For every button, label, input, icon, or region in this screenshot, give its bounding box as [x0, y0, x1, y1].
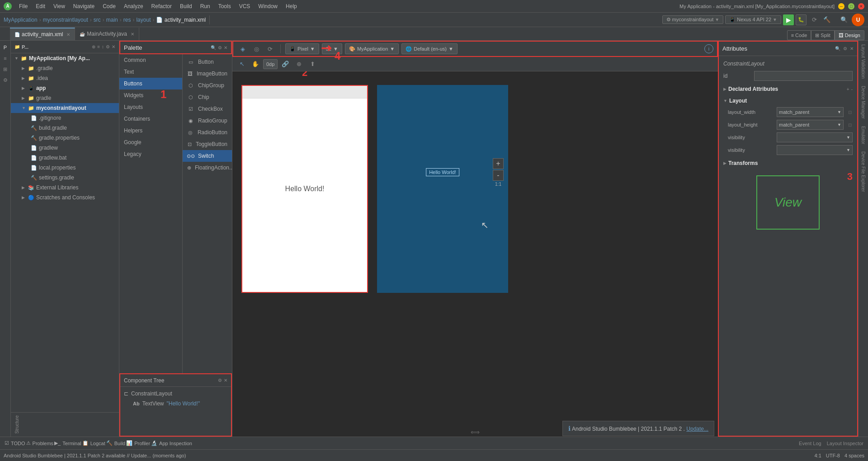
- app-item[interactable]: ▶ 📱 app: [11, 83, 119, 93]
- attrs-settings-icon[interactable]: ⚙: [843, 46, 847, 51]
- device-selector-btn[interactable]: 📱 Pixel ▼: [285, 43, 319, 54]
- todo-button[interactable]: ☑ TODO: [5, 440, 25, 446]
- app-inspection-button[interactable]: 🔬 App Inspection: [151, 440, 192, 446]
- palette-cat-widgets[interactable]: Widgets: [119, 89, 182, 101]
- gradle-wrapper-item[interactable]: ▶ 📁 gradle: [11, 93, 119, 103]
- sync-button[interactable]: ⟳: [808, 14, 820, 26]
- guidelines-icon[interactable]: ⬆: [307, 58, 318, 70]
- align-tool-icon[interactable]: ⊕: [293, 58, 305, 70]
- hierarchy-icon[interactable]: ⊞: [0, 64, 10, 74]
- project-sort-icon[interactable]: ↕: [102, 44, 104, 49]
- breadcrumb-layout[interactable]: layout: [136, 17, 151, 23]
- palette-cat-common[interactable]: Common: [119, 54, 182, 66]
- zero-dp-button[interactable]: 0dp: [263, 59, 278, 69]
- update-link[interactable]: Update...: [686, 426, 708, 432]
- blueprint-design-view[interactable]: Hello World! ↖: [377, 85, 508, 293]
- device-selector[interactable]: 📱 Nexus 4 API 22 ▼: [725, 15, 781, 24]
- declared-add-icon[interactable]: +: [847, 87, 849, 92]
- palette-cat-layouts[interactable]: Layouts: [119, 101, 182, 113]
- palette-close-icon[interactable]: ✕: [224, 45, 227, 50]
- comp-tree-close-icon[interactable]: ✕: [224, 378, 227, 383]
- palette-item-fab[interactable]: ⊕ FloatingAction...: [183, 162, 232, 174]
- api-level-btn[interactable]: 32 ▼: [322, 43, 342, 54]
- logcat-button[interactable]: 📋 Logcat: [82, 440, 105, 446]
- comp-tree-constraintlayout[interactable]: ⊏ ConstraintLayout: [124, 389, 227, 399]
- attrs-search-icon[interactable]: 🔍: [835, 46, 840, 51]
- gradle-properties-item[interactable]: 🔨 gradle.properties: [11, 133, 119, 143]
- palette-item-chipgroup[interactable]: ⬡ ChipGroup: [183, 80, 232, 91]
- emulator-label[interactable]: Emulator: [860, 124, 867, 146]
- palette-item-imagebutton[interactable]: 🖼 ImageButton: [183, 68, 232, 80]
- menu-file[interactable]: File: [15, 2, 31, 10]
- declared-attributes-header[interactable]: ▶ Declared Attributes + -: [719, 84, 857, 94]
- palette-item-switch[interactable]: ⊙⊙ Switch: [183, 150, 232, 162]
- menu-vcs[interactable]: VCS: [236, 2, 254, 10]
- settings-gradle-item[interactable]: 🔨 settings.gradle: [11, 173, 119, 183]
- settings-icon[interactable]: ⚙: [0, 75, 10, 85]
- idea-item[interactable]: ▶ 📁 .idea: [11, 73, 119, 83]
- comp-tree-settings-icon[interactable]: ⚙: [218, 378, 222, 383]
- event-log-label[interactable]: Event Log: [799, 441, 821, 446]
- menu-code[interactable]: Code: [99, 2, 119, 10]
- declared-remove-icon[interactable]: -: [851, 87, 853, 92]
- project-settings-icon[interactable]: ⚙: [106, 44, 110, 49]
- project-filter-icon[interactable]: ≡: [97, 44, 100, 49]
- device-file-explorer-label[interactable]: Device File Explorer: [860, 150, 867, 193]
- visibility-dropdown2[interactable]: ▼: [777, 145, 853, 155]
- menu-tools[interactable]: Tools: [215, 2, 235, 10]
- palette-cat-google[interactable]: Google: [119, 136, 182, 148]
- palette-item-checkbox[interactable]: ☑ CheckBox: [183, 103, 232, 115]
- terminal-button[interactable]: ▶_ Terminal: [54, 440, 81, 446]
- attrs-id-input[interactable]: [754, 71, 853, 81]
- design-refresh-icon[interactable]: ⟳: [264, 43, 276, 55]
- tab-activity-main[interactable]: 📄 activity_main.xml ✕: [10, 28, 75, 40]
- select-tool-icon[interactable]: ↖: [236, 58, 248, 70]
- visibility-dropdown1[interactable]: ▼: [777, 132, 853, 142]
- menu-run[interactable]: Run: [197, 2, 214, 10]
- local-properties-item[interactable]: 📄 local.properties: [11, 163, 119, 173]
- split-view-button[interactable]: ⊞ Split: [811, 30, 834, 40]
- breadcrumb-module[interactable]: myconstraintlayout: [43, 17, 88, 23]
- palette-item-radiogroup[interactable]: ◉ RadioGroup: [183, 115, 232, 127]
- gitignore-item[interactable]: 📄 .gitignore: [11, 113, 119, 123]
- project-expand-icon[interactable]: ⊕: [92, 44, 95, 49]
- layout-section-header[interactable]: ▼ Layout: [719, 96, 857, 106]
- code-view-button[interactable]: ≡ Code: [787, 30, 811, 40]
- minimize-button[interactable]: ─: [838, 3, 844, 9]
- debug-button[interactable]: 🐛: [796, 14, 807, 25]
- palette-cat-helpers[interactable]: Helpers: [119, 125, 182, 136]
- menu-window[interactable]: Window: [255, 2, 281, 10]
- external-libraries-item[interactable]: ▶ 📚 External Libraries: [11, 183, 119, 193]
- menu-refactor[interactable]: Refactor: [148, 2, 175, 10]
- menu-view[interactable]: View: [50, 2, 69, 10]
- palette-cat-text[interactable]: Text: [119, 66, 182, 78]
- tab-main-activity[interactable]: ☕ MainActivity.java ✕: [75, 28, 139, 40]
- search-button[interactable]: 🔍: [838, 14, 850, 26]
- structure-side-label[interactable]: Structure: [14, 414, 20, 435]
- user-avatar[interactable]: U: [852, 14, 864, 26]
- gradle-item[interactable]: ▶ 📁 .gradle: [11, 63, 119, 73]
- palette-settings-icon[interactable]: ⚙: [218, 45, 222, 50]
- tab-activity-main-close[interactable]: ✕: [66, 32, 70, 37]
- palette-cat-legacy[interactable]: Legacy: [119, 148, 182, 160]
- locale-btn[interactable]: 🌐 Default (en-us) ▼: [401, 43, 458, 54]
- scratches-item[interactable]: ▶ 🔵 Scratches and Consoles: [11, 193, 119, 202]
- structure-icon[interactable]: ≡: [0, 53, 10, 63]
- myconstraintlayout-item[interactable]: ▼ 📁 myconstraintlayout: [11, 103, 119, 113]
- attrs-close-icon[interactable]: ✕: [850, 46, 854, 51]
- breadcrumb-res[interactable]: res: [123, 17, 131, 23]
- design-surface-icon[interactable]: ◈: [237, 43, 249, 55]
- run-config-selector[interactable]: ⚙ myconstraintlayout ▼: [662, 15, 724, 24]
- palette-cat-containers[interactable]: Containers: [119, 113, 182, 125]
- project-panel-icon[interactable]: P: [0, 42, 10, 52]
- menu-build[interactable]: Build: [176, 2, 196, 10]
- blueprint-toggle-icon[interactable]: ◎: [250, 43, 262, 55]
- project-hide-icon[interactable]: ✕: [112, 44, 115, 49]
- breadcrumb-file[interactable]: 📄 activity_main.xml: [156, 17, 206, 23]
- layout-validation-label[interactable]: Layout Validation: [860, 42, 867, 80]
- design-view-button[interactable]: 🖼 Design: [835, 30, 864, 40]
- breadcrumb-app[interactable]: MyApplication: [4, 17, 38, 23]
- zoom-out-button[interactable]: -: [493, 170, 504, 181]
- menu-help[interactable]: Help: [282, 2, 301, 10]
- layout-inspector-label[interactable]: Layout Inspector: [827, 441, 863, 446]
